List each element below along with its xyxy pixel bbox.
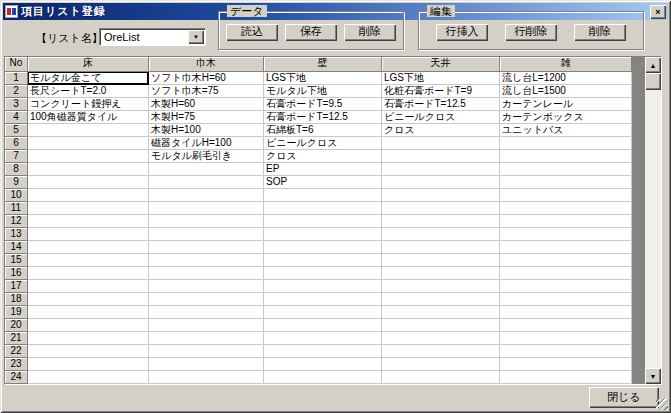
table-cell[interactable]	[264, 293, 382, 306]
table-cell[interactable]	[28, 345, 149, 358]
table-cell[interactable]	[500, 202, 632, 215]
table-cell[interactable]	[382, 241, 500, 254]
table-cell[interactable]	[500, 215, 632, 228]
table-cell[interactable]: 石膏ボードT=12.5	[264, 111, 382, 124]
table-cell[interactable]: 木製H=60	[149, 98, 264, 111]
table-cell[interactable]	[264, 241, 382, 254]
table-cell[interactable]: ユニットバス	[500, 124, 632, 137]
table-cell[interactable]	[382, 150, 500, 163]
table-cell[interactable]: 石膏ボードT=9.5	[264, 98, 382, 111]
table-cell[interactable]	[28, 280, 149, 293]
scroll-up-icon[interactable]: ▲	[645, 57, 661, 73]
table-cell[interactable]	[382, 306, 500, 319]
table-cell[interactable]	[264, 319, 382, 332]
table-cell[interactable]	[28, 176, 149, 189]
table-cell[interactable]	[500, 228, 632, 241]
table-cell[interactable]: 化粧石膏ボードT=9	[382, 85, 500, 98]
table-cell[interactable]	[149, 267, 264, 280]
table-cell[interactable]	[28, 358, 149, 371]
table-cell[interactable]	[264, 306, 382, 319]
table-cell[interactable]	[264, 215, 382, 228]
save-button[interactable]: 保存	[285, 24, 337, 41]
table-cell[interactable]	[149, 202, 264, 215]
table-cell[interactable]	[149, 254, 264, 267]
table-cell[interactable]	[264, 345, 382, 358]
table-cell[interactable]	[28, 163, 149, 176]
load-button[interactable]: 読込	[226, 24, 278, 41]
table-cell[interactable]: LGS下地	[382, 72, 500, 85]
close-icon[interactable]: ×	[650, 5, 666, 19]
table-cell[interactable]: 石綿板T=6	[264, 124, 382, 137]
table-cell[interactable]: EP	[264, 163, 382, 176]
table-cell[interactable]	[149, 332, 264, 345]
close-dialog-button[interactable]: 閉じる	[589, 387, 659, 408]
table-cell[interactable]	[264, 358, 382, 371]
table-cell[interactable]	[28, 189, 149, 202]
table-cell[interactable]: ビニールクロス	[382, 111, 500, 124]
resize-grip[interactable]	[656, 398, 668, 410]
table-cell[interactable]	[149, 280, 264, 293]
table-cell[interactable]: ソフト巾木H=60	[149, 72, 264, 85]
table-cell[interactable]: 長尺シートT=2.0	[28, 85, 149, 98]
table-cell[interactable]	[28, 267, 149, 280]
table-cell[interactable]	[500, 319, 632, 332]
table-cell[interactable]	[382, 189, 500, 202]
table-cell[interactable]	[28, 254, 149, 267]
table-cell[interactable]	[500, 345, 632, 358]
table-cell[interactable]	[500, 137, 632, 150]
table-cell[interactable]	[500, 267, 632, 280]
table-cell[interactable]	[149, 228, 264, 241]
vertical-scrollbar[interactable]: ▲ ▼	[645, 57, 661, 384]
table-cell[interactable]	[382, 319, 500, 332]
table-cell[interactable]: モルタル刷毛引き	[149, 150, 264, 163]
table-cell[interactable]: 流し台L=1500	[500, 85, 632, 98]
table-cell[interactable]: クロス	[264, 150, 382, 163]
table-cell[interactable]	[382, 202, 500, 215]
table-cell[interactable]	[382, 254, 500, 267]
table-cell[interactable]	[149, 241, 264, 254]
table-cell[interactable]	[500, 371, 632, 384]
table-cell[interactable]: モルタル下地	[264, 85, 382, 98]
table-cell[interactable]	[382, 228, 500, 241]
delete-button[interactable]: 削除	[344, 24, 396, 41]
table-cell[interactable]: コンクリート鏝押え	[28, 98, 149, 111]
table-cell[interactable]	[382, 176, 500, 189]
table-cell[interactable]: LGS下地	[264, 72, 382, 85]
table-cell[interactable]	[382, 293, 500, 306]
table-cell[interactable]: ビニールクロス	[264, 137, 382, 150]
table-cell[interactable]	[382, 358, 500, 371]
table-cell[interactable]	[28, 241, 149, 254]
table-cell[interactable]	[382, 280, 500, 293]
chevron-down-icon[interactable]: ▼	[188, 30, 204, 44]
table-cell[interactable]	[382, 267, 500, 280]
insert-row-button[interactable]: 行挿入	[436, 24, 488, 41]
table-cell[interactable]	[28, 215, 149, 228]
table-cell[interactable]	[500, 293, 632, 306]
table-cell[interactable]	[149, 293, 264, 306]
table-cell[interactable]	[149, 176, 264, 189]
table-cell[interactable]	[149, 345, 264, 358]
table-cell[interactable]: モルタル金こて	[28, 72, 149, 85]
table-cell[interactable]	[264, 371, 382, 384]
table-cell[interactable]	[500, 332, 632, 345]
table-cell[interactable]	[28, 150, 149, 163]
table-cell[interactable]: 木製H=75	[149, 111, 264, 124]
scrollbar-thumb[interactable]	[645, 73, 661, 90]
delete-cell-button[interactable]: 削除	[574, 24, 626, 41]
table-cell[interactable]	[264, 254, 382, 267]
table-cell[interactable]	[382, 345, 500, 358]
table-cell[interactable]	[28, 371, 149, 384]
table-cell[interactable]	[264, 280, 382, 293]
table-cell[interactable]: カーテンレール	[500, 98, 632, 111]
table-cell[interactable]: クロス	[382, 124, 500, 137]
table-cell[interactable]	[500, 306, 632, 319]
table-cell[interactable]	[500, 254, 632, 267]
table-cell[interactable]	[500, 176, 632, 189]
table-cell[interactable]	[382, 371, 500, 384]
delete-row-button[interactable]: 行削除	[505, 24, 557, 41]
table-cell[interactable]: カーテンボックス	[500, 111, 632, 124]
table-cell[interactable]	[149, 306, 264, 319]
table-cell[interactable]: 100角磁器質タイル	[28, 111, 149, 124]
table-cell[interactable]	[28, 306, 149, 319]
table-cell[interactable]: 石膏ボードT=12.5	[382, 98, 500, 111]
